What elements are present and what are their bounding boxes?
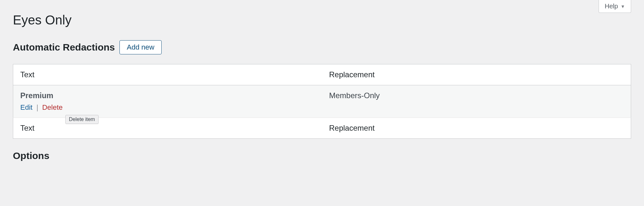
column-header-text[interactable]: Text xyxy=(13,64,322,85)
page-title: Eyes Only xyxy=(13,13,631,27)
delete-tooltip: Delete item xyxy=(65,115,99,124)
column-footer-text[interactable]: Text xyxy=(13,118,322,139)
delete-link[interactable]: Delete xyxy=(42,103,63,111)
column-footer-replacement[interactable]: Replacement xyxy=(322,118,631,139)
redactions-heading: Automatic Redactions xyxy=(13,42,115,53)
add-new-button[interactable]: Add new xyxy=(119,40,162,54)
help-label: Help xyxy=(605,3,618,10)
column-header-replacement[interactable]: Replacement xyxy=(322,64,631,85)
action-separator: | xyxy=(36,103,38,111)
help-tab[interactable]: Help ▼ xyxy=(599,0,631,13)
edit-link[interactable]: Edit xyxy=(20,103,33,111)
row-replacement-value: Members-Only xyxy=(322,85,631,118)
row-actions: Edit | Delete Delete item xyxy=(20,103,315,112)
caret-down-icon: ▼ xyxy=(620,4,625,9)
row-text-value: Premium xyxy=(20,91,315,100)
options-heading: Options xyxy=(13,150,631,161)
table-row: Premium Edit | Delete Delete item Member… xyxy=(13,85,631,118)
redactions-table: Text Replacement Premium Edit | Delete D… xyxy=(13,64,631,139)
